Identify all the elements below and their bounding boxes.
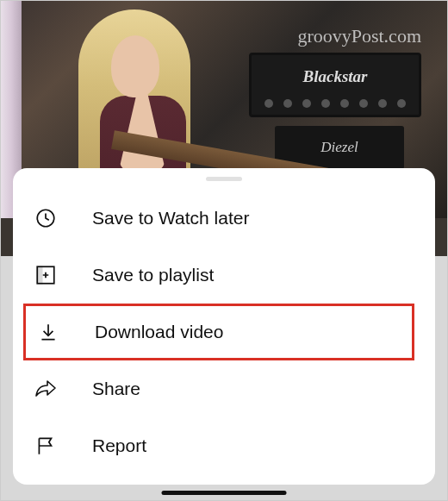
flag-icon	[34, 435, 58, 457]
watch-later-item[interactable]: Save to Watch later	[13, 190, 435, 247]
home-indicator[interactable]	[162, 491, 287, 495]
playlist-add-icon	[34, 264, 58, 286]
clock-icon	[34, 207, 58, 229]
share-label: Share	[92, 379, 140, 399]
report-label: Report	[92, 435, 146, 456]
amplifier-1: Blackstar	[249, 53, 421, 117]
download-icon	[36, 321, 60, 343]
watermark-text: groovyPost.com	[297, 25, 421, 47]
action-sheet: Save to Watch later Save to playlist Dow…	[13, 168, 435, 485]
download-video-label: Download video	[95, 322, 223, 342]
amp-brand-text: Blackstar	[303, 67, 368, 86]
svg-rect-2	[37, 266, 41, 284]
save-playlist-label: Save to playlist	[92, 265, 214, 285]
download-video-item[interactable]: Download video	[23, 304, 414, 360]
amp-brand-text-2: Diezel	[320, 139, 358, 156]
share-icon	[34, 379, 58, 399]
report-item[interactable]: Report	[13, 417, 435, 474]
watch-later-label: Save to Watch later	[92, 208, 249, 229]
save-playlist-item[interactable]: Save to playlist	[13, 247, 435, 304]
share-item[interactable]: Share	[13, 360, 435, 417]
sheet-grabber[interactable]	[206, 177, 242, 181]
